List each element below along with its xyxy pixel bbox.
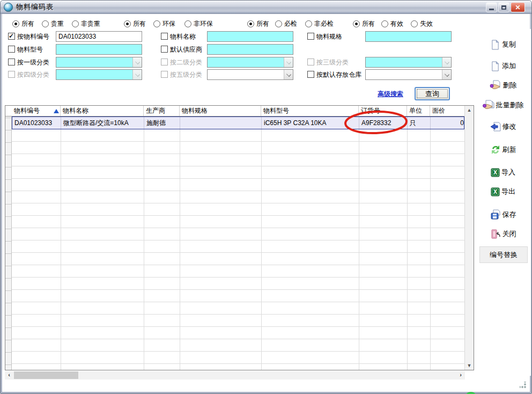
button-label: 关闭 xyxy=(503,229,516,239)
svg-text:X: X xyxy=(493,189,497,195)
horizontal-scrollbar[interactable]: ‹ › xyxy=(5,371,465,380)
minimize-button[interactable] xyxy=(486,2,497,12)
radio-precious[interactable] xyxy=(42,20,49,27)
radio-label: 非必检 xyxy=(314,20,334,27)
radio-label: 必检 xyxy=(284,20,297,27)
cell-list-price[interactable]: 0 xyxy=(431,117,466,129)
field-label: 默认供应商 xyxy=(170,45,202,54)
batch-delete-button[interactable]: 批量删除 xyxy=(477,99,529,112)
code-replace-button[interactable]: 编号替换 xyxy=(479,246,528,263)
default-supplier-input[interactable] xyxy=(207,44,293,55)
cell-material-model[interactable]: iC65H 3P C32A 10KA xyxy=(262,117,359,129)
safety-status-icon xyxy=(464,391,478,394)
default-warehouse-select[interactable] xyxy=(365,69,452,80)
checkbox-default-warehouse[interactable] xyxy=(307,71,314,78)
column-header-manufacturer[interactable]: 生产商 xyxy=(144,106,180,116)
radio-must-inspect[interactable] xyxy=(275,20,282,27)
button-label: 保存 xyxy=(503,210,516,220)
category-level3-select xyxy=(365,57,452,68)
checkbox-category-level4[interactable] xyxy=(8,71,15,78)
material-code-input[interactable] xyxy=(56,31,142,42)
add-button[interactable]: 添加 xyxy=(477,60,529,72)
resize-grip[interactable] xyxy=(520,382,526,388)
copy-button[interactable]: 复制 xyxy=(477,38,529,51)
field-label: 按五级分类 xyxy=(170,70,202,79)
radio-precious-all[interactable] xyxy=(12,20,19,27)
import-button[interactable]: X 导入 xyxy=(477,166,529,179)
button-label: 导入 xyxy=(501,167,515,177)
horizontal-scroll-thumb[interactable] xyxy=(14,371,78,379)
radio-not-precious[interactable] xyxy=(72,20,79,27)
title-bar[interactable]: 物料编码表 ✕ xyxy=(1,1,531,14)
button-label: 删除 xyxy=(503,81,517,90)
checkbox-material-name[interactable] xyxy=(161,33,168,40)
scroll-up-icon[interactable]: ▲ xyxy=(465,106,474,114)
checkbox-material-code[interactable] xyxy=(8,33,15,40)
material-model-input[interactable] xyxy=(56,44,142,55)
radio-env[interactable] xyxy=(153,20,160,27)
chevron-down-icon xyxy=(442,57,451,67)
checkbox-category-level5[interactable] xyxy=(161,71,168,78)
column-header-list-price[interactable]: 面价 xyxy=(430,106,466,116)
checkbox-material-model[interactable] xyxy=(8,46,15,53)
copy-document-icon xyxy=(490,40,500,50)
field-label: 物料名称 xyxy=(170,32,196,41)
chevron-down-icon[interactable] xyxy=(132,57,142,67)
save-button[interactable]: 保存 xyxy=(477,208,529,221)
radio-invalid[interactable] xyxy=(411,20,418,27)
checkbox-category-level3[interactable] xyxy=(307,59,314,65)
maximize-button[interactable] xyxy=(498,2,509,12)
close-button[interactable]: ✕ xyxy=(511,2,525,12)
minimize-icon xyxy=(489,9,494,10)
refresh-button[interactable]: 刷新 xyxy=(477,143,529,156)
cell-material-spec[interactable] xyxy=(180,117,262,129)
button-label: 导出 xyxy=(501,187,515,196)
radio-inspect-all[interactable] xyxy=(247,20,254,27)
radio-not-inspect[interactable] xyxy=(305,20,312,27)
window-title: 物料编码表 xyxy=(16,2,54,12)
radio-env-all[interactable] xyxy=(124,20,131,27)
radio-label: 贵重 xyxy=(51,20,64,27)
column-header-material-model[interactable]: 物料型号 xyxy=(261,106,359,116)
cell-order-number[interactable]: A9F28332 xyxy=(359,117,408,129)
query-button[interactable]: 查询 xyxy=(415,87,450,100)
modify-button[interactable]: 修改 xyxy=(477,120,529,133)
sort-ascending-icon xyxy=(54,109,59,113)
scroll-right-icon[interactable]: › xyxy=(456,371,465,380)
checkbox-category-level2[interactable] xyxy=(161,59,168,65)
cell-material-code[interactable]: DA01023033 xyxy=(12,117,61,129)
radio-not-env[interactable] xyxy=(184,20,191,27)
app-window: 物料编码表 ✕ 所有 贵重 非贵重 所有 环保 非环保 所有 必检 非必检 所有 xyxy=(0,0,532,394)
cell-material-name[interactable]: 微型断路器/交流=10kA xyxy=(61,117,144,129)
radio-valid[interactable] xyxy=(381,20,388,27)
material-table: 物料编号 物料名称 生产商 物料规格 物料型号 订货号 单位 面价 DA0102… xyxy=(5,105,474,370)
category-level1-select[interactable] xyxy=(56,57,142,68)
checkbox-default-supplier[interactable] xyxy=(161,46,168,53)
checkbox-material-spec[interactable] xyxy=(307,33,314,40)
cell-manufacturer[interactable]: 施耐德 xyxy=(144,117,180,129)
column-header-material-name[interactable]: 物料名称 xyxy=(61,106,144,116)
column-header-material-spec[interactable]: 物料规格 xyxy=(180,106,261,116)
material-spec-input[interactable] xyxy=(365,31,452,42)
vertical-scrollbar[interactable]: ▲ ▼ xyxy=(464,106,474,370)
delete-button[interactable]: 删除 xyxy=(477,79,529,92)
material-name-input[interactable] xyxy=(207,31,293,42)
scroll-left-icon[interactable]: ‹ xyxy=(5,371,13,380)
column-header-unit[interactable]: 单位 xyxy=(407,106,430,116)
radio-label: 所有 xyxy=(256,20,269,27)
cell-unit[interactable]: 只 xyxy=(408,117,431,129)
column-header-order-number[interactable]: 订货号 xyxy=(359,106,407,116)
checkbox-category-level1[interactable] xyxy=(8,59,15,65)
category-level5-select[interactable] xyxy=(207,69,293,80)
table-row[interactable]: DA01023033 微型断路器/交流=10kA 施耐德 iC65H 3P C3… xyxy=(12,116,464,129)
export-button[interactable]: X 导出 xyxy=(477,185,529,198)
radio-label: 所有 xyxy=(362,20,375,27)
radio-label: 所有 xyxy=(133,20,146,27)
scroll-down-icon[interactable]: ▼ xyxy=(465,361,474,370)
field-label: 按三级分类 xyxy=(316,58,349,67)
radio-valid-all[interactable] xyxy=(353,20,360,27)
chevron-down-icon[interactable] xyxy=(284,70,293,79)
close-window-button[interactable]: 关闭 xyxy=(477,228,529,240)
advanced-search-link[interactable]: 高级搜索 xyxy=(378,90,403,99)
chevron-down-icon[interactable] xyxy=(442,70,451,79)
